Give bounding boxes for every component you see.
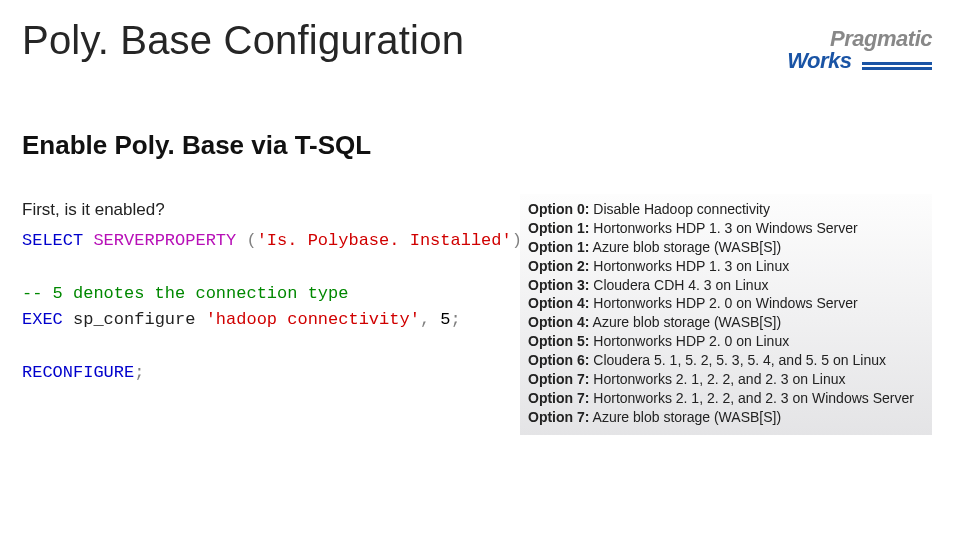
code-number: 5 xyxy=(430,310,450,329)
option-key: Option 0: xyxy=(528,201,589,217)
option-value: Azure blob storage (WASB[S]) xyxy=(589,239,781,255)
code-string: 'Is. Polybase. Installed' xyxy=(257,231,512,250)
option-row: Option 4: Azure blob storage (WASB[S]) xyxy=(528,313,924,332)
option-value: Hortonworks HDP 2. 0 on Windows Server xyxy=(589,295,857,311)
code-keyword: SELECT xyxy=(22,231,83,250)
code-comment: -- 5 denotes the connection type xyxy=(22,284,348,303)
option-value: Azure blob storage (WASB[S]) xyxy=(589,409,781,425)
page-title: Poly. Base Configuration xyxy=(22,18,464,63)
code-semi: ; xyxy=(134,363,144,382)
options-panel: Option 0: Disable Hadoop connectivityOpt… xyxy=(520,194,932,435)
option-key: Option 4: xyxy=(528,314,589,330)
option-row: Option 7: Azure blob storage (WASB[S]) xyxy=(528,408,924,427)
logo-line2-wrap: Works xyxy=(787,50,932,72)
code-string: 'hadoop connectivity' xyxy=(206,310,420,329)
subtext: First, is it enabled? xyxy=(22,200,165,220)
logo-line2: Works xyxy=(787,48,851,73)
option-value: Cloudera 5. 1, 5. 2, 5. 3, 5. 4, and 5. … xyxy=(589,352,886,368)
option-value: Cloudera CDH 4. 3 on Linux xyxy=(589,277,768,293)
option-key: Option 4: xyxy=(528,295,589,311)
option-value: Hortonworks 2. 1, 2. 2, and 2. 3 on Wind… xyxy=(589,390,914,406)
option-value: Hortonworks HDP 1. 3 on Windows Server xyxy=(589,220,857,236)
option-row: Option 1: Hortonworks HDP 1. 3 on Window… xyxy=(528,219,924,238)
option-row: Option 5: Hortonworks HDP 2. 0 on Linux xyxy=(528,332,924,351)
code-comma: , xyxy=(420,310,430,329)
option-key: Option 7: xyxy=(528,371,589,387)
section-title: Enable Poly. Base via T-SQL xyxy=(22,130,371,161)
code-paren: ( xyxy=(246,231,256,250)
code-block: SELECT SERVERPROPERTY ('Is. Polybase. In… xyxy=(22,228,522,386)
code-keyword: EXEC xyxy=(22,310,63,329)
option-row: Option 0: Disable Hadoop connectivity xyxy=(528,200,924,219)
option-row: Option 7: Hortonworks 2. 1, 2. 2, and 2.… xyxy=(528,370,924,389)
logo-line1: Pragmatic xyxy=(787,28,932,50)
option-value: Hortonworks HDP 2. 0 on Linux xyxy=(589,333,789,349)
option-key: Option 2: xyxy=(528,258,589,274)
option-row: Option 6: Cloudera 5. 1, 5. 2, 5. 3, 5. … xyxy=(528,351,924,370)
option-key: Option 7: xyxy=(528,390,589,406)
code-func: SERVERPROPERTY xyxy=(93,231,236,250)
code-text: sp_configure xyxy=(63,310,206,329)
option-key: Option 6: xyxy=(528,352,589,368)
option-row: Option 7: Hortonworks 2. 1, 2. 2, and 2.… xyxy=(528,389,924,408)
brand-logo: Pragmatic Works xyxy=(787,28,932,72)
option-row: Option 3: Cloudera CDH 4. 3 on Linux xyxy=(528,276,924,295)
option-value: Hortonworks HDP 1. 3 on Linux xyxy=(589,258,789,274)
option-row: Option 2: Hortonworks HDP 1. 3 on Linux xyxy=(528,257,924,276)
option-key: Option 3: xyxy=(528,277,589,293)
option-key: Option 1: xyxy=(528,220,589,236)
option-key: Option 7: xyxy=(528,409,589,425)
option-value: Disable Hadoop connectivity xyxy=(589,201,770,217)
code-semi: ; xyxy=(451,310,461,329)
option-key: Option 5: xyxy=(528,333,589,349)
option-row: Option 1: Azure blob storage (WASB[S]) xyxy=(528,238,924,257)
slide: Poly. Base Configuration Pragmatic Works… xyxy=(0,0,960,540)
option-value: Azure blob storage (WASB[S]) xyxy=(589,314,781,330)
option-row: Option 4: Hortonworks HDP 2. 0 on Window… xyxy=(528,294,924,313)
option-value: Hortonworks 2. 1, 2. 2, and 2. 3 on Linu… xyxy=(589,371,845,387)
option-key: Option 1: xyxy=(528,239,589,255)
logo-bars-icon xyxy=(862,62,932,66)
code-keyword: RECONFIGURE xyxy=(22,363,134,382)
